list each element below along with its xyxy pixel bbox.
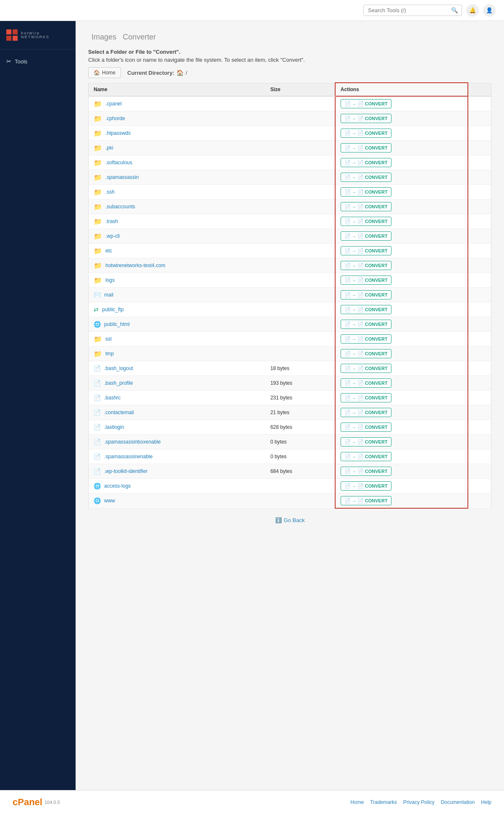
convert-button[interactable]: 📄 → 📄 CONVERT (341, 393, 391, 402)
convert-button[interactable]: 📄 → 📄 CONVERT (341, 467, 391, 476)
file-name-link[interactable]: 📄 .contactemail (94, 409, 260, 416)
file-name-link[interactable]: 📁 .trash (94, 218, 260, 226)
file-name-text: .cphorde (105, 116, 125, 121)
sidebar-item-tools[interactable]: ✂ Tools (0, 54, 76, 69)
footer-link[interactable]: Trademarks (370, 799, 397, 805)
page-title: Images Converter (88, 29, 491, 42)
convert-button[interactable]: 📄 → 📄 CONVERT (341, 452, 391, 461)
file-name-cell: 📁 .subaccounts (89, 200, 265, 214)
file-size-cell (265, 317, 335, 332)
file-name-link[interactable]: 📁 .subaccounts (94, 203, 260, 211)
file-name-link[interactable]: ⇄ public_ftp (94, 306, 260, 313)
convert-button[interactable]: 📄 → 📄 CONVERT (341, 173, 391, 182)
notifications-icon[interactable]: 🔔 (466, 4, 479, 17)
convert-button[interactable]: 📄 → 📄 CONVERT (341, 114, 391, 123)
home-button[interactable]: 🏠 Home (88, 67, 121, 78)
file-name-link[interactable]: 📄 .spamassassinboxenable (94, 439, 260, 445)
file-name-link[interactable]: 🌐 public_html (94, 321, 260, 328)
convert-button[interactable]: 📄 → 📄 CONVERT (341, 158, 391, 167)
arrow-icon: → (352, 454, 356, 459)
convert-button[interactable]: 📄 → 📄 CONVERT (341, 231, 391, 241)
convert-button[interactable]: 📄 → 📄 CONVERT (341, 217, 391, 226)
doc-to-icon: 📄 (357, 424, 364, 430)
footer-link[interactable]: Privacy Policy (403, 799, 435, 805)
convert-button[interactable]: 📄 → 📄 CONVERT (341, 129, 391, 138)
convert-button[interactable]: 📄 → 📄 CONVERT (341, 99, 391, 108)
file-name-link[interactable]: 📄 .wp-toolkit-identifier (94, 468, 260, 475)
file-size-cell: 628 bytes (265, 420, 335, 435)
file-name-link[interactable]: 🌐 www (94, 497, 260, 504)
file-name-link[interactable]: 📁 logs (94, 276, 260, 284)
go-back-icon: ℹ️ (275, 517, 282, 523)
file-name-link[interactable]: 📄 .spamassassinenable (94, 453, 260, 460)
doc-to-icon: 📄 (357, 380, 364, 386)
file-name-link[interactable]: 📁 .pki (94, 144, 260, 152)
file-name-link[interactable]: 📁 .softaculous (94, 159, 260, 167)
convert-button[interactable]: 📄 → 📄 CONVERT (341, 202, 391, 211)
footer-link[interactable]: Documentation (441, 799, 475, 805)
footer-link[interactable]: Help (481, 799, 491, 805)
file-name-link[interactable]: 📁 .htpasswds (94, 129, 260, 137)
convert-button[interactable]: 📄 → 📄 CONVERT (341, 143, 391, 152)
convert-label: CONVERT (365, 439, 388, 444)
file-name-link[interactable]: 📁 .ssh (94, 188, 260, 196)
convert-button[interactable]: 📄 → 📄 CONVERT (341, 364, 391, 373)
file-name-link[interactable]: 📁 hotwirenetworks-test4.com (94, 262, 260, 270)
convert-button[interactable]: 📄 → 📄 CONVERT (341, 246, 391, 255)
folder-icon: 📁 (94, 276, 102, 284)
file-size-cell: 0 bytes (265, 449, 335, 464)
file-name-link[interactable]: 📁 .wp-cli (94, 232, 260, 240)
convert-button[interactable]: 📄 → 📄 CONVERT (341, 481, 391, 491)
file-icon: 📄 (94, 424, 101, 431)
table-row: ✉️ mail 📄 → 📄 CONVERT (89, 288, 491, 302)
table-row: 📁 ssl 📄 → 📄 CONVERT (89, 332, 491, 347)
extra-cell (468, 244, 491, 258)
file-name-link[interactable]: 📄 .lastlogin (94, 424, 260, 431)
convert-button[interactable]: 📄 → 📄 CONVERT (341, 290, 391, 299)
file-name-link[interactable]: 📄 .bash_profile (94, 380, 260, 386)
file-name-text: .cpanel (105, 101, 122, 107)
doc-to-icon: 📄 (357, 189, 364, 195)
doc-from-icon: 📄 (344, 130, 351, 136)
file-name-link[interactable]: 📁 .spamassassin (94, 173, 260, 181)
file-size-cell (265, 155, 335, 170)
table-row: 📁 .subaccounts 📄 → 📄 CONVERT (89, 200, 491, 214)
go-back-button[interactable]: ℹ️ Go Back (275, 517, 305, 523)
file-name-link[interactable]: 📄 .bash_logout (94, 365, 260, 372)
convert-label: CONVERT (365, 381, 388, 386)
table-row: 📄 .bash_profile 193 bytes 📄 → 📄 CONVERT (89, 376, 491, 391)
convert-button[interactable]: 📄 → 📄 CONVERT (341, 496, 391, 505)
file-name-link[interactable]: 📁 .cpanel (94, 100, 260, 108)
file-name-link[interactable]: 📁 ssl (94, 335, 260, 343)
convert-button[interactable]: 📄 → 📄 CONVERT (341, 378, 391, 388)
convert-button[interactable]: 📄 → 📄 CONVERT (341, 437, 391, 446)
file-name-cell: 🌐 access-logs (89, 479, 265, 494)
doc-from-icon: 📄 (344, 116, 351, 121)
search-button[interactable]: 🔍 (448, 5, 462, 16)
doc-to-icon: 📄 (357, 454, 364, 460)
convert-button[interactable]: 📄 → 📄 CONVERT (341, 334, 391, 344)
file-name-link[interactable]: ✉️ mail (94, 291, 260, 298)
convert-button[interactable]: 📄 → 📄 CONVERT (341, 423, 391, 432)
convert-button[interactable]: 📄 → 📄 CONVERT (341, 305, 391, 314)
user-icon[interactable]: 👤 (483, 4, 496, 17)
search-input[interactable] (364, 5, 448, 16)
convert-button[interactable]: 📄 → 📄 CONVERT (341, 408, 391, 417)
file-size-cell: 231 bytes (265, 391, 335, 405)
file-name-cell: 📁 .wp-cli (89, 229, 265, 244)
search-box[interactable]: 🔍 (363, 5, 462, 16)
footer-link[interactable]: Home (350, 799, 364, 805)
convert-button[interactable]: 📄 → 📄 CONVERT (341, 349, 391, 358)
convert-button[interactable]: 📄 → 📄 CONVERT (341, 187, 391, 197)
convert-button[interactable]: 📄 → 📄 CONVERT (341, 320, 391, 329)
convert-button[interactable]: 📄 → 📄 CONVERT (341, 261, 391, 270)
file-name-link[interactable]: 🌐 access-logs (94, 483, 260, 489)
file-name-link[interactable]: 📁 tmp (94, 350, 260, 358)
file-size-cell (265, 302, 335, 317)
table-row: 📁 logs 📄 → 📄 CONVERT (89, 273, 491, 288)
convert-button[interactable]: 📄 → 📄 CONVERT (341, 276, 391, 285)
file-name-link[interactable]: 📁 .cphorde (94, 115, 260, 123)
file-name-link[interactable]: 📄 .bashrc (94, 394, 260, 401)
extra-cell (468, 126, 491, 141)
file-name-link[interactable]: 📁 etc (94, 247, 260, 255)
